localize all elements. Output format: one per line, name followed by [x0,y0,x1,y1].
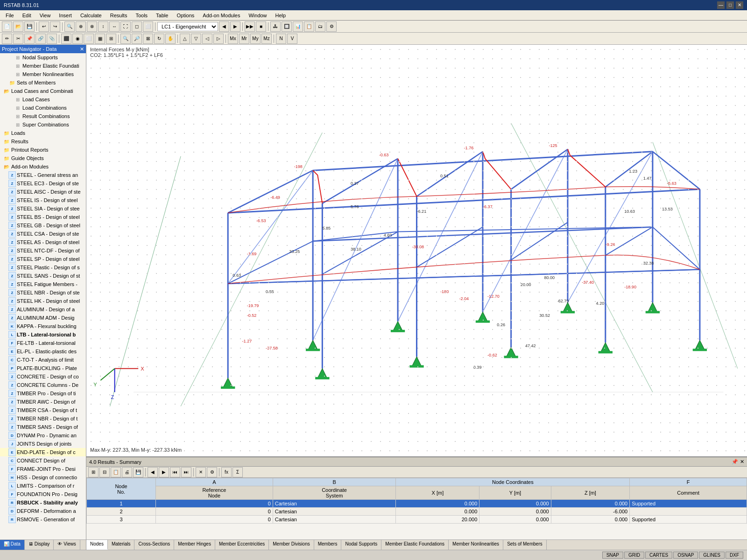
tree-item-limits[interactable]: LLIMITS - Comparison of r [0,482,86,490]
maximize-button[interactable]: □ [726,1,734,9]
tb2-10[interactable]: ⊞ [106,34,116,44]
result-tab-sets-of-members[interactable]: Sets of Members [503,540,547,550]
viewport[interactable]: Internal Forces M-y [kNm] CO2: 1.35*LF1 … [86,45,747,456]
tree-item-concrete[interactable]: ZCONCRETE - Design of co [0,372,86,381]
tree-item-printout-reports[interactable]: 📁Printout Reports [0,146,86,154]
tb2-1[interactable]: ✏ [2,34,12,44]
tree-item-steel-is[interactable]: ZSTEEL IS - Design of steel [0,196,86,204]
tree-item-steel-general[interactable]: ZSTEEL - General stress an [0,171,86,179]
tree-item-member-nonlin[interactable]: ⊞Member Nonlinearities [0,70,86,78]
tree-item-kappa[interactable]: KKAPPA - Flexural buckling [0,322,86,330]
results-pin-icon[interactable]: 📌 [732,459,738,465]
lc-prev[interactable]: ◀ [219,21,229,32]
tb-render1[interactable]: 🖧 [270,21,281,32]
tb2-extra1[interactable]: N [276,34,286,44]
tb2-view1[interactable]: △ [180,34,190,44]
tb-btn-1[interactable]: 🔍 [64,21,75,32]
result-tab-member-nonlinearities[interactable]: Member Nonlinearities [449,540,503,550]
tree-item-results[interactable]: 📁Results [0,137,86,146]
tb2-5[interactable]: 📎 [47,34,57,44]
res-tb-12[interactable]: fx [221,467,232,477]
status-btn-dxf[interactable]: DXF [726,552,743,559]
res-tb-6[interactable]: ◀ [148,467,158,477]
tab-data[interactable]: 📊 Data [0,540,25,550]
tb-btn-3[interactable]: ⊗ [87,21,97,32]
menu-item-file[interactable]: File [2,12,18,19]
tree-item-rsmove[interactable]: RRSMOVE - Generation of [0,515,86,524]
res-tb-9[interactable]: ⏭ [181,467,191,477]
tree-item-fe-ltb[interactable]: FFE-LTB - Lateral-torsional [0,339,86,347]
tb2-view2[interactable]: ▽ [191,34,201,44]
tree-item-rsbuck[interactable]: RRSBUCK - Stability analy [0,498,86,507]
menu-item-results[interactable]: Results [106,12,131,19]
tree-item-el-pl[interactable]: EEL-PL - Elastic-plastic des [0,347,86,356]
redo-button[interactable]: ↪ [50,21,60,32]
tb-run[interactable]: ▶▶ [245,21,255,32]
tree-item-steel-csa[interactable]: ZSTEEL CSA - Design of ste [0,230,86,238]
tree-item-steel-gb[interactable]: ZSTEEL GB - Design of steel [0,221,86,230]
menu-item-tools[interactable]: Tools [132,12,151,19]
tb2-extra2[interactable]: V [287,34,297,44]
tree-item-steel-as[interactable]: ZSTEEL AS - Design of steel [0,238,86,246]
tree-item-nodal-supports[interactable]: ⊞Nodal Supports [0,53,86,62]
panel-close-icon[interactable]: ✕ [80,46,84,52]
result-tab-member-hinges[interactable]: Member Hinges [174,540,215,550]
menu-item-edit[interactable]: Edit [19,12,35,19]
tree-item-aluminum[interactable]: ZALUMINUM - Design of a [0,305,86,314]
table-row[interactable]: 3 0 Cartesian 20.000 0.000 0.000 Support… [87,516,747,524]
tree-item-frame-joint[interactable]: FFRAME-JOINT Pro - Desi [0,465,86,473]
result-tab-members[interactable]: Members [314,540,342,550]
tree-item-member-elastic[interactable]: ⊞Member Elastic Foundati [0,62,86,70]
menu-item-window[interactable]: Window [245,12,270,19]
tb2-zoom2[interactable]: 🔎 [132,34,142,44]
status-btn-grid[interactable]: GRID [624,552,644,559]
tree-item-timber-sans[interactable]: ZTIMBER SANS - Design of [0,423,86,431]
tree-item-steel-hk[interactable]: ZSTEEL HK - Design of steel [0,297,86,305]
tree-item-steel-sp[interactable]: ZSTEEL SP - Design of steel [0,255,86,263]
tree-item-aluminum-adm[interactable]: ZALUMINUM ADM - Desig [0,314,86,322]
tree-item-steel-nbr[interactable]: ZSTEEL NBR - Design of ste [0,288,86,297]
tree-item-dynam-pro[interactable]: DDYNAM Pro - Dynamic an [0,431,86,440]
titlebar-controls[interactable]: — □ ✕ [717,1,743,9]
tb-btn-2[interactable]: ⊕ [76,21,86,32]
menu-item-table[interactable]: Table [152,12,172,19]
tree-item-super-combinations[interactable]: ⊞Super Combinations [0,120,86,129]
tree-item-plate-buckling[interactable]: PPLATE-BUCKLING - Plate [0,364,86,372]
res-tb-4[interactable]: 🖨 [122,467,132,477]
open-button[interactable]: 📂 [13,21,23,32]
result-tab-member-elastic-foundations[interactable]: Member Elastic Foundations [381,540,449,550]
tree-item-deform[interactable]: DDEFORM - Deformation a [0,507,86,515]
tree-item-steel-sia[interactable]: ZSTEEL SIA - Design of stee [0,204,86,213]
tb2-2[interactable]: ✂ [13,34,23,44]
menu-item-options[interactable]: Options [173,12,198,19]
tree-item-steel-fatigue[interactable]: ZSTEEL Fatigue Members - [0,280,86,288]
tree-container[interactable]: ⊞Nodal Supports⊞Member Elastic Foundati⊞… [0,53,86,539]
menu-item-calculate[interactable]: Calculate [77,12,106,19]
tree-item-joints[interactable]: JJOINTS Design of joints [0,440,86,448]
menu-item-view[interactable]: View [36,12,55,19]
tb2-pan[interactable]: ✋ [165,34,176,44]
tb2-6[interactable]: ⬛ [61,34,71,44]
tb2-9[interactable]: ▦ [95,34,105,44]
tree-item-end-plate[interactable]: EEND-PLATE - Design of c [0,448,86,456]
tree-item-result-combinations[interactable]: ⊞Result Combinations [0,112,86,120]
tree-item-steel-sans[interactable]: ZSTEEL SANS - Design of st [0,272,86,280]
tb-btn-7[interactable]: ◻ [132,21,142,32]
tb-btn-6[interactable]: ⛶ [120,21,131,32]
tab-views[interactable]: 👁 Views [54,540,80,550]
tb2-view4[interactable]: ▷ [213,34,224,44]
menu-item-help[interactable]: Help [272,12,290,19]
tree-item-steel-bs[interactable]: ZSTEEL BS - Design of steel [0,213,86,221]
result-tab-nodal-supports[interactable]: Nodal Supports [341,540,381,550]
tb2-zoom3[interactable]: ⊠ [143,34,153,44]
tb2-view3[interactable]: ◁ [202,34,212,44]
tree-item-timber-csa[interactable]: ZTIMBER CSA - Design of t [0,406,86,414]
tree-item-concrete-col[interactable]: ZCONCRETE Columns - De [0,381,86,389]
tree-item-steel-plastic[interactable]: ZSTEEL Plastic - Design of s [0,263,86,272]
tb-render4[interactable]: 📋 [304,21,314,32]
tb-render3[interactable]: 📊 [293,21,303,32]
menu-item-insert[interactable]: Insert [55,12,76,19]
result-tab-member-divisions[interactable]: Member Divisions [269,540,314,550]
tree-item-foundation-pro[interactable]: FFOUNDATION Pro - Desig [0,490,86,498]
tree-item-steel-ec3[interactable]: ZSTEEL EC3 - Design of ste [0,179,86,188]
